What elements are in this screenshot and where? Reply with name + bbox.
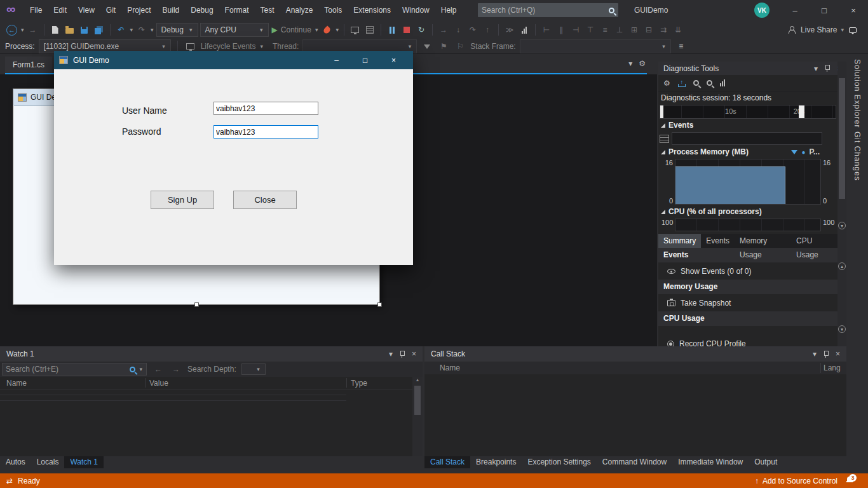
lifecycle-events-dropdown-icon[interactable]: ▾ [259, 43, 264, 50]
record-cpu-profile-link[interactable]: Record CPU Profile [658, 326, 837, 346]
window-position-chevron-icon[interactable]: ▾ [813, 349, 817, 358]
scroll-down-icon[interactable]: ▾ [838, 325, 846, 333]
timeline-start-marker[interactable] [660, 105, 663, 118]
align-rights-icon[interactable]: ⊣ [569, 22, 582, 37]
continue-dropdown-icon[interactable]: ▾ [315, 27, 319, 33]
show-events-link[interactable]: Show Events (0 of 0) [658, 262, 837, 280]
break-all-icon[interactable] [386, 22, 398, 37]
menu-build[interactable]: Build [157, 0, 186, 20]
new-item-icon[interactable] [49, 22, 62, 37]
horizontal-spacing-icon[interactable]: ⇉ [657, 22, 670, 37]
side-tab-solution-explorer[interactable]: Solution Explorer [853, 59, 862, 128]
pin-icon[interactable] [399, 350, 405, 358]
document-list-chevron-icon[interactable]: ▾ [628, 59, 632, 68]
column-separator[interactable] [145, 378, 146, 388]
code-analysis-icon[interactable]: ≫ [503, 22, 516, 37]
tab-summary[interactable]: Summary [658, 234, 701, 248]
tab-output[interactable]: Output [749, 456, 783, 468]
filter-threads-icon[interactable] [421, 39, 433, 54]
tab-exception-settings[interactable]: Exception Settings [522, 456, 596, 468]
diagnostics-timeline[interactable]: 10s 20s [660, 105, 836, 119]
scrollbar-thumb[interactable] [414, 386, 421, 415]
quick-search-box[interactable] [478, 3, 618, 17]
selection-handle-bottom-center[interactable] [194, 302, 199, 307]
menu-format[interactable]: Format [219, 0, 255, 20]
undo-icon[interactable]: ↶ [115, 22, 128, 37]
app-window-titlebar[interactable]: GUI Demo – □ × [54, 51, 413, 69]
document-tab-form1[interactable]: Form1.cs [5, 57, 52, 73]
settings-gear-icon[interactable]: ⚙ [663, 79, 670, 88]
close-button[interactable]: Close [233, 191, 297, 209]
document-options-gear-icon[interactable]: ⚙ [639, 59, 646, 68]
window-position-chevron-icon[interactable]: ▾ [814, 64, 818, 73]
quick-search-input[interactable] [482, 6, 609, 15]
close-icon[interactable]: × [836, 349, 840, 358]
take-snapshot-link[interactable]: Take Snapshot [658, 294, 837, 311]
call-stack-header[interactable]: Call Stack ▾ × [424, 346, 846, 362]
feedback-icon[interactable] [846, 22, 859, 37]
menu-view[interactable]: View [72, 0, 100, 20]
app-close-icon[interactable]: × [379, 51, 408, 69]
tab-cpu-usage[interactable]: CPU Usage [791, 234, 837, 248]
add-to-source-control-button[interactable]: ↑ Add to Source Control [755, 477, 837, 485]
diagnostics-scrollbar[interactable]: ▾ ▴ ▾ [837, 62, 846, 346]
watch-header[interactable]: Watch 1 ▾ × [0, 346, 423, 362]
hot-reload-dropdown-icon[interactable]: ▾ [335, 27, 339, 33]
watch-search-box[interactable]: ▾ [2, 363, 147, 376]
maximize-icon[interactable]: □ [810, 0, 839, 20]
vertical-spacing-icon[interactable]: ⇊ [672, 22, 684, 37]
watch-scrollbar[interactable]: ▴ [412, 377, 423, 456]
notifications-button[interactable]: 3 [846, 477, 853, 485]
align-lefts-icon[interactable]: ⊢ [540, 22, 553, 37]
column-separator[interactable] [820, 363, 821, 373]
visual-studio-logo-icon[interactable]: ∞ [6, 2, 15, 17]
step-out-icon[interactable]: ↑ [481, 22, 494, 37]
redo-dropdown-icon[interactable]: ▾ [150, 27, 154, 33]
menu-extensions[interactable]: Extensions [348, 0, 397, 20]
platform-dropdown[interactable]: Any CPU ▾ [200, 23, 269, 37]
menu-analyze[interactable]: Analyze [280, 0, 319, 20]
memory-filter-icon[interactable] [791, 150, 797, 154]
tab-locals[interactable]: Locals [31, 456, 65, 468]
redo-icon[interactable]: ↷ [135, 22, 148, 37]
expander-icon[interactable] [661, 123, 665, 128]
navigate-back-icon[interactable]: ← [5, 22, 18, 37]
pin-icon[interactable] [824, 64, 831, 72]
zoom-out-icon[interactable] [707, 80, 712, 86]
timeline-current-marker[interactable] [799, 105, 804, 118]
username-field[interactable] [214, 102, 318, 115]
configuration-dropdown[interactable]: Debug ▾ [156, 23, 198, 37]
search-depth-dropdown[interactable]: ▾ [241, 363, 266, 375]
flag-outline-icon[interactable]: ⚐ [454, 39, 466, 54]
export-icon[interactable]: ↑ [678, 79, 686, 87]
code-window-icon[interactable] [363, 22, 376, 37]
sign-up-button[interactable]: Sign Up [151, 191, 214, 209]
app-maximize-icon[interactable]: □ [351, 51, 379, 69]
navigate-back-dropdown-icon[interactable]: ▾ [20, 27, 25, 33]
tab-autos[interactable]: Autos [0, 456, 31, 468]
hot-reload-flame-icon[interactable] [320, 22, 333, 37]
cpu-section-header[interactable]: CPU (% of all processors) [658, 206, 837, 217]
menu-git[interactable]: Git [100, 0, 121, 20]
expander-icon[interactable] [661, 210, 665, 214]
save-all-icon[interactable] [93, 22, 105, 37]
open-folder-icon[interactable] [64, 22, 76, 37]
stack-frame-dropdown[interactable]: ▾ [520, 39, 671, 53]
undo-dropdown-icon[interactable]: ▾ [130, 27, 134, 33]
expander-icon[interactable] [661, 150, 665, 154]
step-into-icon[interactable]: ↓ [452, 22, 465, 37]
watch-empty-row[interactable] [0, 390, 346, 395]
tab-watch-1[interactable]: Watch 1 [64, 456, 104, 468]
events-list-icon[interactable] [660, 135, 669, 143]
align-tops-icon[interactable]: ⊤ [584, 22, 597, 37]
menu-help[interactable]: Help [435, 0, 463, 20]
step-over-icon[interactable]: ↷ [466, 22, 479, 37]
scroll-up-icon[interactable]: ▴ [838, 262, 846, 270]
watch-grid-body[interactable] [0, 390, 423, 401]
side-tab-git-changes[interactable]: Git Changes [853, 132, 862, 181]
tab-immediate-window[interactable]: Immediate Window [672, 456, 749, 468]
menu-file[interactable]: File [24, 0, 48, 20]
navigate-forward-icon[interactable]: → [27, 22, 39, 37]
live-share-dropdown-icon[interactable]: ▾ [840, 27, 844, 33]
selection-handle-bottom-right[interactable] [377, 302, 382, 307]
